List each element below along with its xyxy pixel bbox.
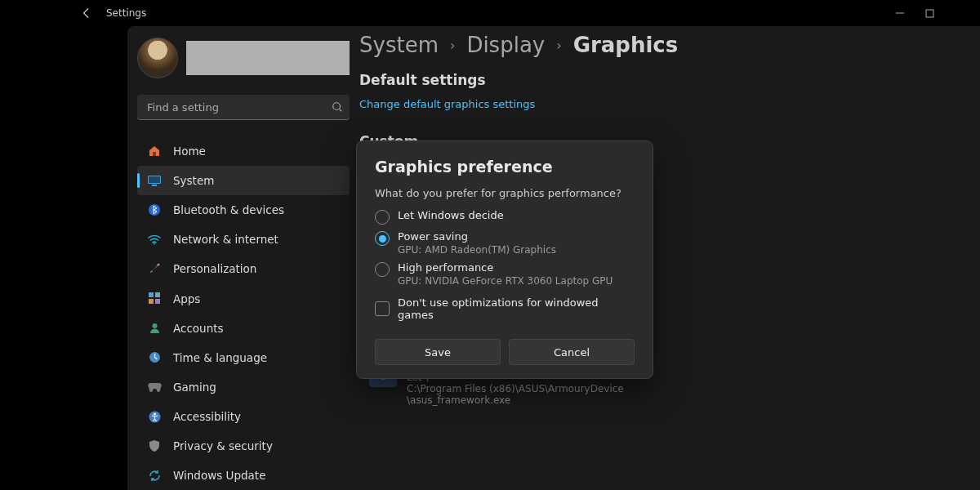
- gamepad-icon: [147, 380, 162, 394]
- radio-label: High performance: [398, 261, 612, 274]
- wifi-icon: [147, 232, 162, 247]
- avatar: [137, 38, 178, 78]
- dialog-question: What do you prefer for graphics performa…: [375, 187, 635, 199]
- sidebar-item-label: System: [173, 174, 214, 187]
- svg-line-3: [340, 109, 342, 112]
- back-button[interactable]: [77, 3, 96, 23]
- svg-rect-7: [152, 185, 157, 186]
- dialog-title: Graphics preference: [375, 158, 635, 176]
- sidebar: Home System Bluetooth & devices Network …: [127, 26, 359, 490]
- link-change-default[interactable]: Change default graphics settings: [359, 98, 947, 110]
- svg-rect-14: [155, 299, 160, 304]
- sidebar-item-label: Personalization: [173, 262, 256, 275]
- radio-label: Power saving: [398, 230, 556, 243]
- minimize-button[interactable]: [885, 3, 915, 23]
- checkbox-label: Don't use optimizations for windowed gam…: [398, 296, 635, 321]
- sidebar-item-home[interactable]: Home: [137, 136, 350, 165]
- sidebar-item-bluetooth[interactable]: Bluetooth & devices: [137, 196, 350, 225]
- crumb-system[interactable]: System: [359, 33, 439, 57]
- crumb-display[interactable]: Display: [466, 33, 545, 57]
- accessibility-icon: [147, 409, 162, 424]
- svg-point-10: [158, 264, 160, 266]
- titlebar: Settings: [64, 0, 980, 26]
- svg-rect-1: [926, 10, 933, 17]
- svg-rect-11: [149, 292, 154, 297]
- sidebar-item-privacy[interactable]: Privacy & security: [137, 432, 350, 461]
- sidebar-item-gaming[interactable]: Gaming: [137, 372, 350, 401]
- svg-point-15: [152, 323, 157, 328]
- svg-rect-4: [153, 152, 156, 156]
- app-path2: \asus_framework.exe: [407, 394, 624, 406]
- sidebar-item-accounts[interactable]: Accounts: [137, 314, 350, 342]
- paintbrush-icon: [147, 261, 162, 276]
- sidebar-item-label: Bluetooth & devices: [173, 203, 284, 216]
- sidebar-item-system[interactable]: System: [137, 166, 350, 194]
- checkbox-windowed-optimizations[interactable]: Don't use optimizations for windowed gam…: [375, 296, 635, 321]
- person-icon: [147, 321, 162, 336]
- sidebar-item-label: Home: [173, 145, 206, 158]
- sidebar-item-label: Privacy & security: [173, 439, 273, 452]
- close-button[interactable]: [944, 3, 973, 23]
- radio-high-performance[interactable]: High performance GPU: NVIDIA GeForce RTX…: [375, 261, 635, 287]
- cancel-button[interactable]: Cancel: [509, 339, 635, 365]
- radio-power-saving[interactable]: Power saving GPU: AMD Radeon(TM) Graphic…: [375, 230, 635, 256]
- app-path: C:\Program Files (x86)\ASUS\ArmouryDevic…: [407, 383, 624, 394]
- radio-icon: [375, 231, 390, 246]
- radio-label: Let Windows decide: [398, 209, 504, 221]
- left-gutter: [0, 0, 64, 490]
- section-default-settings: Default settings: [359, 72, 947, 88]
- apps-icon: [147, 292, 162, 306]
- sidebar-item-update[interactable]: Windows Update: [137, 461, 350, 490]
- arrow-left-icon: [81, 7, 92, 19]
- minimize-icon: [895, 8, 905, 18]
- save-button[interactable]: Save: [375, 339, 501, 365]
- radio-sub: GPU: NVIDIA GeForce RTX 3060 Laptop GPU: [398, 275, 612, 287]
- crumb-graphics: Graphics: [573, 33, 679, 57]
- chevron-right-icon: ›: [450, 38, 455, 53]
- user-name-redacted: [186, 41, 350, 75]
- shield-icon: [147, 439, 162, 453]
- svg-point-2: [333, 103, 341, 110]
- window-title: Settings: [106, 7, 885, 19]
- checkbox-icon: [375, 301, 390, 316]
- svg-point-9: [154, 243, 155, 245]
- dialog-graphics-preference: Graphics preference What do you prefer f…: [356, 140, 653, 379]
- radio-let-windows-decide[interactable]: Let Windows decide: [375, 209, 635, 225]
- search-input[interactable]: [137, 101, 350, 114]
- maximize-icon: [925, 9, 934, 18]
- svg-rect-6: [149, 176, 160, 183]
- sidebar-item-label: Accessibility: [173, 410, 241, 423]
- radio-icon: [375, 210, 390, 225]
- svg-rect-13: [149, 299, 154, 304]
- sidebar-item-accessibility[interactable]: Accessibility: [137, 403, 350, 431]
- radio-icon: [375, 262, 390, 277]
- bluetooth-icon: [147, 203, 162, 217]
- maximize-button[interactable]: [915, 3, 944, 23]
- sidebar-item-label: Apps: [173, 292, 200, 305]
- sidebar-item-label: Network & internet: [173, 233, 278, 246]
- sidebar-item-time[interactable]: Time & language: [137, 343, 350, 372]
- update-icon: [147, 468, 162, 483]
- search-icon: [332, 101, 343, 115]
- user-block[interactable]: [137, 38, 350, 78]
- sidebar-search[interactable]: [137, 95, 350, 120]
- clock-icon: [147, 350, 162, 365]
- sidebar-item-personalization[interactable]: Personalization: [137, 255, 350, 283]
- sidebar-item-label: Gaming: [173, 381, 216, 394]
- chevron-right-icon: ›: [556, 38, 561, 53]
- sidebar-item-label: Time & language: [173, 351, 267, 364]
- radio-sub: GPU: AMD Radeon(TM) Graphics: [398, 244, 556, 256]
- sidebar-nav: Home System Bluetooth & devices Network …: [137, 136, 350, 490]
- sidebar-item-label: Windows Update: [173, 469, 265, 482]
- breadcrumb: System › Display › Graphics: [359, 33, 947, 57]
- system-icon: [147, 173, 162, 188]
- svg-point-18: [154, 412, 156, 415]
- sidebar-item-label: Accounts: [173, 322, 224, 335]
- svg-rect-12: [155, 292, 160, 297]
- sidebar-item-network[interactable]: Network & internet: [137, 225, 350, 254]
- home-icon: [147, 144, 162, 158]
- sidebar-item-apps[interactable]: Apps: [137, 284, 350, 313]
